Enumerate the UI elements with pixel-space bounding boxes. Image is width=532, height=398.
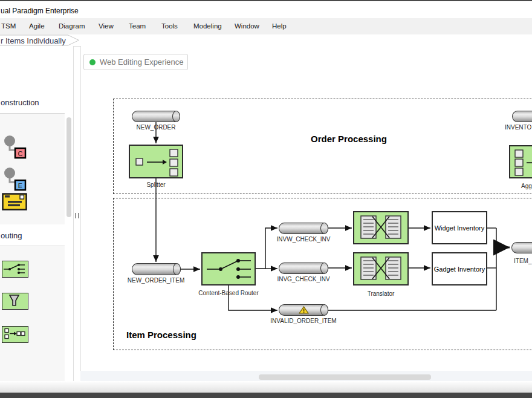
breadcrumb-bar: r Items Individually	[0, 34, 532, 47]
menu-item-help[interactable]: Help	[272, 22, 287, 30]
message-filter-icon[interactable]	[2, 293, 28, 310]
message-icon[interactable]	[2, 193, 27, 210]
connector-router-to-invw[interactable]	[256, 228, 277, 269]
palette-section-routing[interactable]: outing	[1, 231, 22, 240]
node-label: Content-Based Router	[180, 290, 277, 296]
palette-section-construction[interactable]: onstruction	[1, 98, 39, 107]
command-message-icon[interactable]: C	[0, 125, 30, 159]
node-label: NEW_ORDER_ITEM	[108, 277, 204, 284]
router-glyph	[203, 253, 255, 284]
event-message-icon[interactable]: E	[0, 157, 30, 191]
menu-item-view[interactable]: View	[99, 22, 114, 30]
horizontal-scrollbar-thumb[interactable]	[259, 374, 431, 380]
menu-item-tools[interactable]: Tools	[161, 22, 178, 30]
translator-glyph	[354, 253, 407, 284]
node-new-order-item-channel[interactable]	[132, 263, 181, 275]
palette-routing-icons	[0, 246, 65, 387]
node-label: NEW_ORDER	[108, 124, 204, 131]
node-label: INVW_CHECK_INV	[255, 236, 352, 243]
window-title: ual Paradigm Enterprise	[1, 7, 79, 15]
warning-icon	[299, 306, 309, 314]
palette-construction-icons: C E	[0, 114, 65, 224]
node-gadget-inventory[interactable]: Gadget Inventory	[432, 252, 487, 285]
canvas-horizontal-scrollbar[interactable]	[80, 371, 532, 381]
panel-resize-grip[interactable]	[75, 213, 79, 218]
application-window: ual Paradigm Enterprise TSM Agile Diagra…	[0, 0, 532, 398]
menu-item-agile[interactable]: Agile	[29, 22, 45, 30]
menu-item-window[interactable]: Window	[235, 22, 259, 30]
node-label: Translator	[332, 290, 429, 297]
status-bar	[0, 381, 532, 392]
diagram-canvas[interactable]: Web Editing Experience Order Processing …	[80, 46, 532, 371]
menu-item-team[interactable]: Team	[129, 22, 146, 30]
node-content-based-router[interactable]	[201, 252, 256, 285]
title-bar: ual Paradigm Enterprise	[0, 1, 532, 18]
bottom-dark-bar	[0, 393, 532, 398]
menu-bar: TSM Agile Diagram View Team Tools Modeli…	[0, 18, 532, 35]
node-translator-gadget[interactable]	[353, 252, 409, 285]
node-label: INVG_CHECK_INV	[255, 276, 352, 282]
node-label: Splitter	[108, 181, 204, 188]
node-translator-widget[interactable]	[353, 211, 409, 244]
content-based-router-icon[interactable]	[2, 261, 28, 278]
pipe-cap	[320, 263, 328, 274]
node-item-channel[interactable]	[511, 242, 532, 253]
aggregator-glyph	[510, 146, 532, 177]
node-label: INVALID_ORDER_ITEM	[255, 318, 352, 324]
pipe-cap	[320, 304, 328, 316]
pipe-cap	[172, 111, 180, 122]
node-invw-check-inv-channel[interactable]	[279, 223, 328, 234]
node-label: ITEM_	[514, 258, 531, 264]
menu-item-modeling[interactable]: Modeling	[193, 22, 222, 30]
splitter-glyph	[130, 146, 182, 177]
shape-palette: onstruction C E	[0, 46, 74, 381]
badge-e: E	[18, 182, 22, 189]
translator-glyph	[354, 212, 407, 243]
breadcrumb[interactable]: r Items Individually	[1, 36, 66, 45]
node-label: Agg	[521, 183, 532, 189]
node-invalid-order-item-channel[interactable]	[279, 304, 328, 316]
menu-item-diagram[interactable]: Diagram	[59, 22, 85, 30]
node-aggregator[interactable]	[509, 145, 532, 178]
palette-scrollbar-thumb[interactable]	[66, 117, 71, 217]
pipe-cap	[320, 223, 328, 234]
menu-item-tsm[interactable]: TSM	[1, 22, 16, 30]
node-invg-check-inv-channel[interactable]	[279, 263, 328, 274]
node-inventory-channel[interactable]	[512, 111, 532, 122]
node-widget-inventory[interactable]: Widget Inventory	[432, 211, 487, 244]
node-label: INVENTO	[505, 124, 531, 131]
pipe-cap	[173, 263, 181, 275]
node-splitter[interactable]	[129, 145, 183, 178]
node-new-order-channel[interactable]	[132, 111, 180, 122]
splitter-icon[interactable]	[2, 326, 28, 343]
badge-c: C	[18, 150, 23, 157]
